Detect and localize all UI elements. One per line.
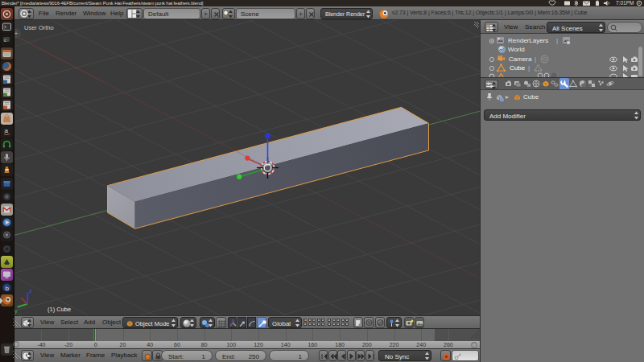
- svg-text:7:01PM: 7:01PM: [616, 0, 634, 6]
- svg-text:User Ortho: User Ortho: [24, 24, 54, 31]
- svg-text:y: y: [14, 308, 18, 315]
- svg-text:z: z: [29, 288, 32, 294]
- svg-text:(1) Cube: (1) Cube: [47, 306, 71, 313]
